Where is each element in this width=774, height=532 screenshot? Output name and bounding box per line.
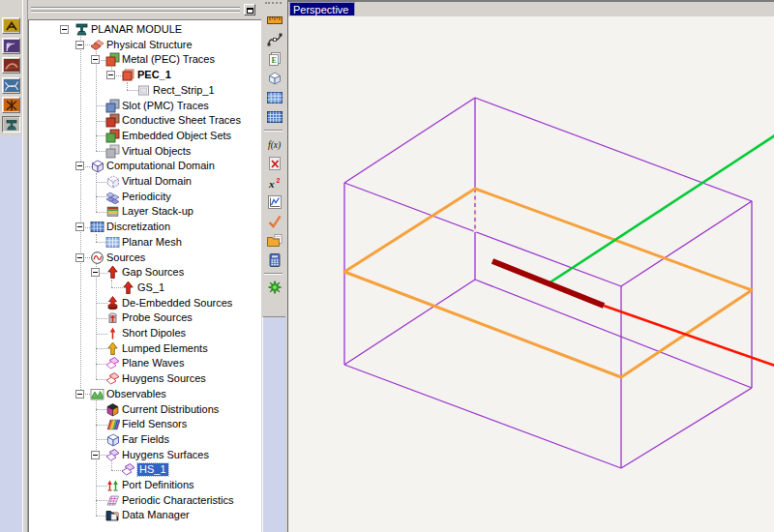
sheets-stack-button[interactable]: E [265, 50, 283, 69]
tree-item-rect-strip-1[interactable]: Rect_Strip_1 [29, 82, 260, 98]
collapse-expander-icon[interactable] [91, 268, 100, 277]
tree-item-layer-stack-up[interactable]: Layer Stack-up [29, 204, 260, 220]
module-root-icon [74, 22, 89, 37]
tree-panel-maximize-button[interactable] [244, 4, 255, 15]
mesh-fine-button[interactable] [265, 108, 283, 127]
tree-item-embedded-object-sets[interactable]: Embedded Object Sets [29, 128, 260, 143]
tree-item-far-fields[interactable]: Far Fields [29, 431, 260, 447]
tree-item-periodic-characteristics[interactable]: Periodic Characteristics [29, 492, 260, 508]
tree-item-label: De-Embedded Sources [122, 297, 232, 310]
collapse-expander-icon[interactable] [91, 451, 100, 459]
tree-item-label: PLANAR MODULE [91, 23, 182, 36]
tree-item-probe-sources[interactable]: Probe Sources [29, 310, 260, 326]
x-doc-button[interactable] [265, 155, 283, 173]
tree-panel-splitter-bar[interactable] [31, 7, 240, 9]
fx-button[interactable]: f(x) [265, 135, 283, 154]
tree-item-label: Data Manager [122, 509, 190, 521]
toolbar-grip-handle[interactable] [265, 2, 282, 5]
comp-domain-icon [90, 159, 104, 173]
graph-doc-button[interactable] [265, 193, 283, 212]
tree-item-physical-structure[interactable]: Physical Structure [29, 37, 260, 52]
folder-note-icon [267, 237, 283, 251]
module-blue-button[interactable] [2, 77, 20, 94]
square-strip-icon [136, 83, 151, 98]
far-fields-icon [105, 432, 120, 447]
tree-item-hs-1[interactable]: HS_1 [29, 462, 260, 478]
collapse-expander-icon[interactable] [75, 222, 84, 231]
module-planar-button[interactable] [2, 116, 20, 133]
check-button[interactable] [265, 213, 283, 231]
tree-item-short-dipoles[interactable]: Short Dipoles [29, 326, 260, 341]
collapse-expander-icon[interactable] [75, 253, 84, 262]
perspective-viewport[interactable]: Perspective [287, 0, 774, 532]
tree-item-discretization[interactable]: Discretization [29, 220, 260, 235]
tree-item-virtual-objects[interactable]: Virtual Objects [29, 143, 260, 159]
tree-item-pec-1[interactable]: PEC_1 [29, 68, 260, 83]
tree-panel-splitter-bar[interactable] [31, 11, 240, 13]
tree-panel-header [28, 0, 261, 19]
arrow-gold-icon [105, 341, 120, 356]
collapse-expander-icon[interactable] [75, 41, 84, 49]
collapse-expander-icon[interactable] [75, 390, 84, 399]
domain-box-button[interactable] [265, 70, 283, 88]
svg-text:E: E [271, 56, 276, 65]
tree-item-lumped-elements[interactable]: Lumped Elements [29, 340, 260, 356]
tree-item-label: Lumped Elements [122, 342, 208, 355]
tree-item-label: Gap Sources [122, 266, 184, 279]
tree-item-field-sensors[interactable]: Field Sensors [29, 417, 260, 432]
tree-item-observables[interactable]: Observables [29, 386, 260, 401]
x-squared-button[interactable]: x2 [265, 174, 283, 192]
tree-item-label: Conductive Sheet Traces [122, 114, 241, 127]
tree-item-slot-pmc-traces[interactable]: Slot (PMC) Traces [29, 98, 260, 113]
tree-item-port-definitions[interactable]: Port Definitions [29, 478, 260, 493]
field-sensors-icon [105, 417, 120, 431]
tree-item-planar-module[interactable]: PLANAR MODULE [29, 22, 260, 38]
application-window: PLANAR MODULEPhysical StructureMetal (PE… [0, 0, 774, 532]
module-red-icon [3, 59, 19, 72]
tree-item-de-embedded-sources[interactable]: De-Embedded Sources [29, 295, 260, 310]
3d-scene-canvas[interactable] [288, 0, 774, 532]
collapse-expander-icon[interactable] [75, 162, 84, 170]
tree-item-computational-domain[interactable]: Computational Domain [29, 159, 260, 174]
tree-item-huygens-sources[interactable]: Huygens Sources [29, 371, 260, 387]
tree-item-gs-1[interactable]: GS_1 [29, 280, 260, 295]
tree-item-plane-waves[interactable]: Plane Waves [29, 356, 260, 371]
arrow-red-icon [105, 265, 120, 280]
tree-item-metal-pec-traces[interactable]: Metal (PEC) Traces [29, 52, 260, 68]
green-star-button[interactable] [265, 279, 283, 297]
collapse-expander-icon[interactable] [106, 71, 115, 79]
huygens-surf-icon [105, 448, 120, 462]
module-orange-button[interactable] [2, 97, 20, 113]
ruler-button[interactable] [265, 12, 283, 30]
virtual-domain-icon [105, 174, 120, 189]
calculator-button[interactable] [265, 251, 283, 270]
module-gold-icon [3, 19, 19, 32]
module-blue-icon [3, 79, 19, 92]
collapse-expander-icon[interactable] [60, 25, 69, 34]
tree-item-virtual-domain[interactable]: Virtual Domain [29, 174, 260, 190]
module-gold-button[interactable] [2, 17, 20, 34]
tree-item-gap-sources[interactable]: Gap Sources [29, 265, 260, 281]
tree-item-planar-mesh[interactable]: Planar Mesh [29, 234, 260, 250]
ports-icon [105, 478, 120, 492]
maximize-icon [247, 8, 253, 14]
mesh-coarse-button[interactable] [265, 89, 283, 107]
tree-item-conductive-sheet-traces[interactable]: Conductive Sheet Traces [29, 113, 260, 129]
module-purple-button[interactable] [2, 38, 20, 54]
collapse-expander-icon[interactable] [91, 55, 100, 64]
module-red-button[interactable] [2, 57, 20, 74]
tree-item-current-distributions[interactable]: Current Distributions [29, 401, 260, 417]
stack-virtual-icon [105, 144, 120, 159]
curve-nodes-button[interactable] [265, 31, 283, 49]
tree-item-label: Short Dipoles [122, 327, 186, 340]
svg-text:f(x): f(x) [268, 140, 281, 151]
svg-text:2: 2 [276, 177, 280, 184]
toolbar-separator [264, 130, 283, 132]
tree-item-huygens-surfaces[interactable]: Huygens Surfaces [29, 447, 260, 462]
tree-item-label: Physical Structure [106, 39, 193, 51]
folder-note-button[interactable] [265, 232, 283, 251]
tree-item-data-manager[interactable]: Data Manager [29, 508, 260, 523]
tree-item-label: HS_1 [137, 463, 168, 476]
tree-item-sources[interactable]: Sources [29, 250, 260, 265]
tree-item-periodicity[interactable]: Periodicity [29, 189, 260, 204]
